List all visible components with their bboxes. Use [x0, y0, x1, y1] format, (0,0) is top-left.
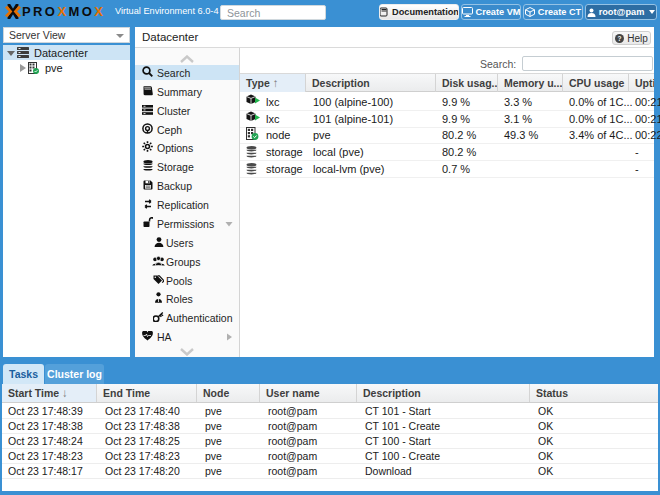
svg-text:?: ?	[618, 34, 622, 41]
